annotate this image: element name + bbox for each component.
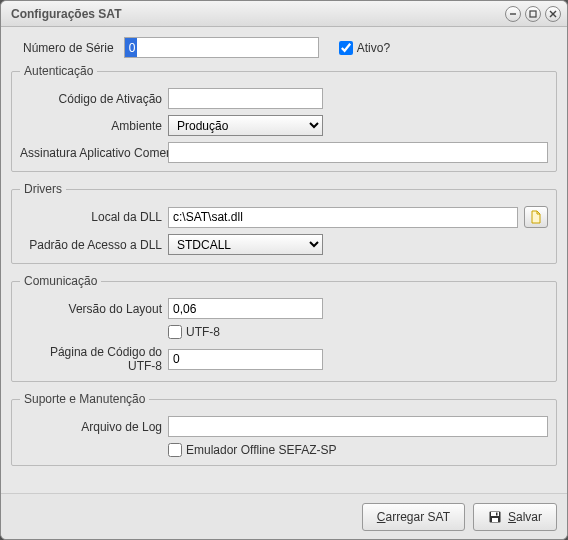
ambiente-select[interactable]: Produção: [168, 115, 323, 136]
log-input[interactable]: [168, 416, 548, 437]
emulador-checkbox-label[interactable]: Emulador Offline SEFAZ-SP: [168, 443, 337, 457]
file-icon: [529, 210, 543, 224]
close-button[interactable]: [545, 6, 561, 22]
activation-code-input[interactable]: [168, 88, 323, 109]
drivers-legend: Drivers: [20, 182, 66, 196]
comunicacao-legend: Comunicação: [20, 274, 101, 288]
active-checkbox-label[interactable]: Ativo?: [339, 41, 390, 55]
minimize-icon: [509, 10, 517, 18]
versao-label: Versão do Layout: [20, 302, 168, 316]
auth-legend: Autenticação: [20, 64, 97, 78]
browse-dll-button[interactable]: [524, 206, 548, 228]
svg-rect-6: [492, 518, 498, 522]
window-title: Configurações SAT: [7, 7, 501, 21]
close-icon: [549, 10, 557, 18]
pagina-label: Página de Código do UTF-8: [20, 345, 168, 373]
active-checkbox[interactable]: [339, 41, 353, 55]
svg-rect-5: [491, 512, 499, 516]
versao-input[interactable]: [168, 298, 323, 319]
assinatura-label: Assinatura Aplicativo Comercial: [20, 146, 168, 160]
svg-rect-1: [530, 11, 536, 17]
svg-rect-7: [496, 512, 498, 515]
log-label: Arquivo de Log: [20, 420, 168, 434]
ambiente-label: Ambiente: [20, 119, 168, 133]
emulador-checkbox[interactable]: [168, 443, 182, 457]
pagina-input[interactable]: [168, 349, 323, 370]
dll-local-label: Local da DLL: [20, 210, 168, 224]
load-sat-button[interactable]: Carregar SAT: [362, 503, 465, 531]
serial-label: Número de Série: [11, 41, 124, 55]
comunicacao-fieldset: Comunicação Versão do Layout UTF-8 Págin…: [11, 274, 557, 382]
auth-fieldset: Autenticação Código de Ativação Ambiente…: [11, 64, 557, 172]
save-button[interactable]: Salvar: [473, 503, 557, 531]
activation-code-label: Código de Ativação: [20, 92, 168, 106]
padrao-label: Padrão de Acesso a DLL: [20, 238, 168, 252]
utf8-checkbox[interactable]: [168, 325, 182, 339]
maximize-button[interactable]: [525, 6, 541, 22]
footer: Carregar SAT Salvar: [1, 493, 567, 539]
padrao-select[interactable]: STDCALL: [168, 234, 323, 255]
utf8-checkbox-label[interactable]: UTF-8: [168, 325, 220, 339]
save-icon: [488, 510, 502, 524]
drivers-fieldset: Drivers Local da DLL Padrão de Acesso a …: [11, 182, 557, 264]
sat-config-window: Configurações SAT Número de Série Ativo?…: [0, 0, 568, 540]
content-area: Número de Série Ativo? Autenticação Códi…: [1, 27, 567, 493]
suporte-fieldset: Suporte e Manutenção Arquivo de Log Emul…: [11, 392, 557, 466]
titlebar: Configurações SAT: [1, 1, 567, 27]
serial-input[interactable]: [124, 37, 319, 58]
suporte-legend: Suporte e Manutenção: [20, 392, 149, 406]
serial-row: Número de Série Ativo?: [11, 37, 557, 58]
load-sat-label: Carregar SAT: [377, 510, 450, 524]
emulador-label-text: Emulador Offline SEFAZ-SP: [186, 443, 337, 457]
save-label: Salvar: [508, 510, 542, 524]
minimize-button[interactable]: [505, 6, 521, 22]
active-label-text: Ativo?: [357, 41, 390, 55]
utf8-label-text: UTF-8: [186, 325, 220, 339]
dll-local-input[interactable]: [168, 207, 518, 228]
assinatura-input[interactable]: [168, 142, 548, 163]
maximize-icon: [529, 10, 537, 18]
